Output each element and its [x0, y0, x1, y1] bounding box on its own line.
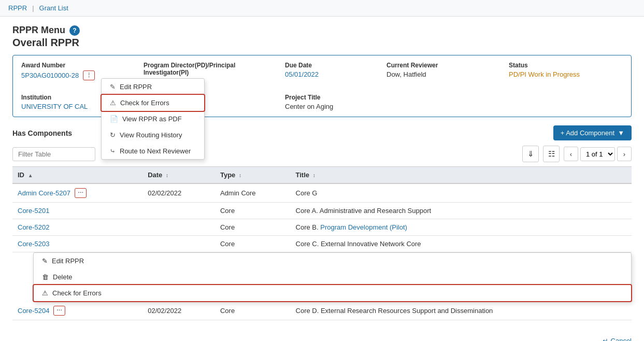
header-dropdown-menu: ✎ Edit RPPR ⚠ Check for Errors 📄 View RP…: [101, 78, 205, 160]
row-dropdown-menu: ✎ Edit RPPR 🗑 Delete ⚠ Check for Errors: [33, 252, 632, 302]
row-edit-rppr[interactable]: ✎ Edit RPPR: [34, 253, 631, 269]
download-icon[interactable]: ⇓: [522, 146, 539, 162]
row-dropdown-row: ✎ Edit RPPR 🗑 Delete ⚠ Check for Errors: [12, 252, 632, 302]
edit-icon: ✎: [110, 83, 116, 91]
cell-id: Admin Core-5207⋯: [12, 183, 142, 203]
row-check-errors[interactable]: ⚠ Check for Errors: [34, 285, 631, 301]
reviewer-label: Current Reviewer: [387, 62, 500, 69]
header-view-pdf[interactable]: 📄 View RPPR as PDF: [102, 111, 204, 127]
row-id-link[interactable]: Core-5202: [18, 223, 49, 231]
row-delete[interactable]: 🗑 Delete: [34, 269, 631, 285]
data-table: ID ▲ Date ↕ Type ↕ Title ↕ Admin Core-52…: [12, 166, 632, 320]
page-title-row: RPPR Menu ?: [12, 25, 632, 36]
cell-type: Core: [215, 236, 291, 252]
row-id-link[interactable]: Core-5203: [18, 240, 49, 248]
cell-id: Core-5201: [12, 203, 142, 219]
award-number-label: Award Number: [21, 62, 135, 69]
cell-id: Core-5202: [12, 219, 142, 236]
filter-input[interactable]: [12, 147, 95, 161]
project-title-cell: Project Title Center on Aging: [285, 94, 378, 110]
due-date-label: Due Date: [285, 62, 378, 69]
row-more-btn[interactable]: ⋯: [75, 188, 87, 198]
col-date: Date ↕: [142, 167, 215, 184]
cancel-label: Cancel: [611, 337, 632, 341]
sort-icon-type: ↕: [239, 173, 241, 178]
reviewer-cell: Current Reviewer Dow, Hatfield: [387, 62, 500, 86]
header-route-next[interactable]: ⤷ Route to Next Reviewer: [102, 143, 204, 159]
cell-date: 02/02/2022: [142, 302, 215, 320]
warning-icon: ⚠: [110, 99, 116, 107]
sort-icon-date: ↕: [166, 173, 168, 178]
cancel-button[interactable]: ↵ Cancel: [603, 337, 632, 341]
footer: ↵ Cancel: [0, 329, 644, 341]
cell-date: 02/02/2022: [142, 183, 215, 203]
table-body: Admin Core-5207⋯02/02/2022Admin CoreCore…: [12, 183, 632, 320]
sort-icon-id: ▲: [28, 173, 33, 178]
table-header-row: ID ▲ Date ↕ Type ↕ Title ↕: [12, 167, 632, 184]
reviewer-value: Dow, Hatfield: [387, 70, 500, 78]
cancel-icon: ↵: [603, 337, 608, 341]
cell-date: [142, 236, 215, 252]
add-component-button[interactable]: + Add Component ▼: [553, 125, 632, 140]
cell-date: [142, 203, 215, 219]
award-number-value[interactable]: 5P30AG010000-28: [21, 72, 79, 79]
page-title: RPPR Menu: [12, 25, 65, 36]
header-edit-rppr[interactable]: ✎ Edit RPPR: [102, 79, 204, 95]
cell-id: Core-5204⋯: [12, 302, 142, 320]
cell-title: Core B. Program Development (Pilot): [291, 219, 632, 236]
prev-page-btn[interactable]: ‹: [564, 147, 578, 161]
cell-title: Core A. Administrative and Research Supp…: [291, 203, 632, 219]
project-title-label: Project Title: [285, 94, 378, 101]
row-more-btn[interactable]: ⋯: [53, 306, 65, 316]
pi-label: Program Director(PD)/Principal Investiga…: [144, 62, 277, 76]
grid-view-icon[interactable]: ☷: [543, 146, 560, 162]
award-more-btn[interactable]: ⋮: [83, 70, 95, 80]
status-value: PD/PI Work in Progress: [509, 70, 623, 78]
header-view-routing[interactable]: ↻ View Routing History: [102, 127, 204, 143]
page-subtitle: Overall RPPR: [12, 37, 632, 49]
col-id: ID ▲: [12, 167, 142, 184]
cell-type: Core: [215, 203, 291, 219]
pagination: ‹ 1 of 1 ›: [564, 147, 632, 161]
cell-date: [142, 219, 215, 236]
row-id-link[interactable]: Core-5201: [18, 207, 49, 215]
row-warning-icon: ⚠: [42, 289, 48, 297]
status-label: Status: [509, 62, 623, 69]
help-icon[interactable]: ?: [69, 25, 80, 36]
nav-separator: |: [32, 4, 34, 12]
route-icon: ⤷: [110, 147, 116, 155]
cell-title: Core D. External Research Resources Supp…: [291, 302, 632, 320]
next-page-btn[interactable]: ›: [617, 147, 632, 161]
page-content: RPPR Menu ? Overall RPPR Award Number 5P…: [0, 17, 644, 329]
table-head: ID ▲ Date ↕ Type ↕ Title ↕: [12, 167, 632, 184]
table-row: Core-5204⋯02/02/2022CoreCore D. External…: [12, 302, 632, 320]
pdf-icon: 📄: [110, 115, 118, 123]
header-check-errors[interactable]: ⚠ Check for Errors: [102, 95, 204, 111]
add-component-label: + Add Component: [561, 129, 614, 137]
project-title-value: Center on Aging: [285, 103, 378, 110]
toolbar-right: ⇓ ☷ ‹ 1 of 1 ›: [522, 146, 632, 162]
nav-grant-list[interactable]: Grant List: [39, 4, 68, 12]
row-edit-icon: ✎: [42, 257, 48, 265]
top-nav: RPPR | Grant List: [0, 0, 644, 17]
nav-rppr[interactable]: RPPR: [8, 4, 27, 12]
table-row: Core-5202CoreCore B. Program Development…: [12, 219, 632, 236]
cell-id: Core-5203: [12, 236, 142, 252]
row-delete-icon: 🗑: [42, 273, 49, 281]
sort-icon-title: ↕: [313, 173, 316, 178]
dropdown-arrow-icon: ▼: [618, 129, 624, 137]
history-icon: ↻: [110, 131, 116, 139]
col-title: Title ↕: [291, 167, 632, 184]
cell-title: Core C. External Innovative Network Core: [291, 236, 632, 252]
cell-type: Core: [215, 302, 291, 320]
row-id-link[interactable]: Core-5204: [18, 307, 49, 315]
page-select[interactable]: 1 of 1: [580, 147, 615, 161]
cell-type: Core: [215, 219, 291, 236]
table-row: Core-5203CoreCore C. External Innovative…: [12, 236, 632, 252]
components-title: Has Components: [12, 129, 72, 137]
due-date-value: 05/01/2022: [285, 70, 378, 78]
row-id-link[interactable]: Admin Core-5207: [18, 189, 70, 197]
status-cell: Status PD/PI Work in Progress: [509, 62, 623, 86]
col-type: Type ↕: [215, 167, 291, 184]
table-row: Admin Core-5207⋯02/02/2022Admin CoreCore…: [12, 183, 632, 203]
